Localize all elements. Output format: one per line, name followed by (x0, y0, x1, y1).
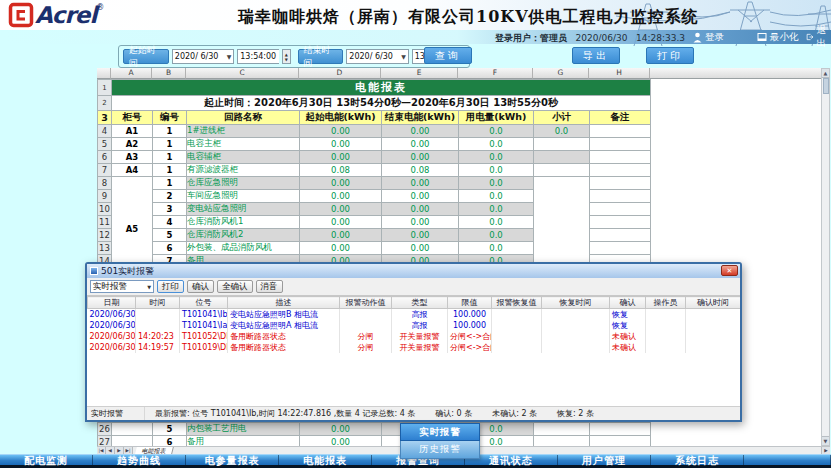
used-energy-cell[interactable]: 0.0 (459, 203, 534, 216)
ack-all-button[interactable]: 全确认 (217, 280, 253, 293)
row-number[interactable]: 6 (98, 151, 112, 164)
scroll-down-icon[interactable]: ▼ (822, 436, 829, 445)
column-letter[interactable]: H (589, 68, 650, 79)
sheet-nav-arrow-icon[interactable]: ◀ (106, 447, 115, 454)
used-energy-cell[interactable]: 0.0 (459, 138, 534, 151)
start-energy-cell[interactable]: 0.00 (300, 177, 382, 190)
column-letter[interactable]: D (299, 68, 381, 79)
menu-item-history-alarm[interactable]: 历史报警 (400, 441, 480, 459)
row-number[interactable]: 27 (98, 436, 112, 447)
mute-button[interactable]: 消音 (256, 280, 283, 293)
table-row[interactable]: 7A41有源滤波器柜0.080.080.0 (98, 164, 651, 177)
sheet-nav-arrow-icon[interactable]: ▶| (124, 447, 133, 454)
login-button[interactable]: 登录 (693, 30, 724, 44)
cabinet-cell[interactable]: A4 (112, 164, 153, 177)
end-energy-cell[interactable]: 0.08 (382, 164, 459, 177)
row-number[interactable]: 10 (98, 203, 112, 216)
circuit-number-cell[interactable]: 1 (153, 164, 187, 177)
alarm-row[interactable]: 2020/06/3014:19:57T101019\DI1备用断路器状态分闸开关… (88, 342, 741, 353)
close-icon[interactable]: ✕ (721, 265, 738, 276)
note-cell[interactable] (590, 177, 651, 190)
row-number[interactable]: 2 (98, 96, 112, 111)
circuit-number-cell[interactable]: 1 (153, 125, 187, 138)
start-energy-cell[interactable]: 0.00 (300, 190, 382, 203)
circuit-name-cell[interactable]: 外包装、成品消防风机 (187, 242, 300, 255)
note-cell[interactable] (590, 190, 651, 203)
note-cell[interactable] (590, 242, 651, 255)
circuit-name-cell[interactable]: 电容辅柜 (187, 151, 300, 164)
note-cell[interactable] (590, 138, 651, 151)
scrollbar-thumb[interactable] (823, 78, 829, 94)
alarm-column-header[interactable]: 描述 (228, 297, 340, 309)
row-number[interactable]: 7 (98, 164, 112, 177)
used-energy-cell[interactable]: 0.0 (459, 151, 534, 164)
used-energy-cell[interactable]: 0.0 (459, 125, 534, 138)
start-energy-cell[interactable]: 0.00 (300, 216, 382, 229)
exit-button[interactable]: 退出 (806, 30, 831, 44)
scroll-right-icon[interactable]: ▶ (821, 447, 830, 454)
end-energy-cell[interactable]: 0.00 (382, 125, 459, 138)
note-cell[interactable] (590, 216, 651, 229)
start-energy-cell[interactable]: 0.00 (300, 436, 382, 447)
query-button[interactable]: 查询 (424, 47, 472, 64)
nav-tab-power-monitor[interactable]: 配电监测 (0, 455, 93, 465)
row-number[interactable]: 4 (98, 125, 112, 138)
alarm-column-header[interactable]: 位号 (180, 297, 228, 309)
cabinet-cell[interactable]: A2 (112, 138, 153, 151)
row-number[interactable]: 12 (98, 229, 112, 242)
horizontal-scrollbar[interactable] (173, 447, 821, 454)
dialog-titlebar[interactable]: 501实时报警 ✕ (87, 264, 740, 278)
cabinet-cell[interactable]: A3 (112, 151, 153, 164)
subtotal-cell[interactable]: 0.0 (534, 125, 590, 138)
table-row[interactable]: 6A31电容辅柜0.000.000.0 (98, 151, 651, 164)
used-energy-cell[interactable]: 0.0 (459, 216, 534, 229)
note-cell[interactable] (590, 423, 651, 436)
row-number[interactable]: 13 (98, 242, 112, 255)
end-energy-cell[interactable]: 0.00 (382, 138, 459, 151)
row-number[interactable]: 9 (98, 190, 112, 203)
column-letter[interactable]: C (186, 68, 299, 79)
end-energy-cell[interactable]: 0.00 (382, 177, 459, 190)
note-cell[interactable] (590, 125, 651, 138)
nav-tab-param-report[interactable]: 电参量报表 (186, 455, 279, 465)
nav-tab-user-manage[interactable]: 用户管理 (558, 455, 651, 465)
circuit-number-cell[interactable]: 3 (153, 203, 187, 216)
alarm-row[interactable]: 2020/06/3014:20:23T101052\DI1备用断路器状态分闸开关… (88, 331, 741, 342)
row-number[interactable]: 3 (98, 111, 112, 125)
start-date-picker[interactable]: 2020/ 6/30 ▼ (172, 49, 234, 64)
subtotal-cell[interactable] (534, 138, 590, 151)
start-energy-cell[interactable]: 0.08 (300, 164, 382, 177)
circuit-name-cell[interactable]: 仓库应急照明 (187, 177, 300, 190)
end-energy-cell[interactable]: 0.00 (382, 216, 459, 229)
circuit-number-cell[interactable]: 1 (153, 177, 187, 190)
end-date-picker[interactable]: 2020/ 6/30 ▼ (346, 49, 408, 64)
subtotal-cell[interactable] (534, 436, 590, 447)
alarm-column-header[interactable]: 确认 (610, 297, 646, 309)
alarm-row[interactable]: 2020/06/30T101041\Ib变电站应急照明B 相电流高报100.00… (88, 309, 741, 321)
table-row[interactable]: 4A111#进线柜0.000.000.00.0 (98, 125, 651, 138)
row-number[interactable]: 1 (98, 80, 112, 96)
subtotal-cell[interactable] (534, 423, 590, 436)
sheet-nav-arrow-icon[interactable]: ▶ (115, 447, 124, 454)
note-cell[interactable] (590, 229, 651, 242)
alarm-column-header[interactable]: 报警恢复值 (492, 297, 542, 309)
circuit-name-cell[interactable]: 内包装工艺用电 (187, 423, 300, 436)
nav-tab-energy-report[interactable]: 电能报表 (279, 455, 372, 465)
cabinet-cell[interactable]: A1 (112, 125, 153, 138)
cabinet-cell[interactable] (112, 423, 153, 436)
minimize-button[interactable]: 最小化 (757, 30, 799, 44)
start-energy-cell[interactable]: 0.00 (300, 151, 382, 164)
start-time-input[interactable]: 13:54:00 (237, 49, 279, 64)
circuit-number-cell[interactable]: 4 (153, 216, 187, 229)
dropdown-arrow-icon[interactable]: ▼ (227, 53, 232, 60)
circuit-name-cell[interactable]: 仓库消防风机2 (187, 229, 300, 242)
used-energy-cell[interactable]: 0.0 (459, 242, 534, 255)
end-energy-cell[interactable]: 0.00 (382, 229, 459, 242)
subtotal-cell[interactable] (534, 164, 590, 177)
sheet-corner-cell[interactable] (97, 68, 111, 79)
nav-tab-system-log[interactable]: 系统日志 (651, 455, 744, 465)
print-alarm-button[interactable]: 打印 (157, 280, 184, 293)
alarm-type-select[interactable]: 实时报警 ▼ (90, 280, 154, 293)
used-energy-cell[interactable]: 0.0 (459, 229, 534, 242)
start-energy-cell[interactable]: 0.00 (300, 203, 382, 216)
